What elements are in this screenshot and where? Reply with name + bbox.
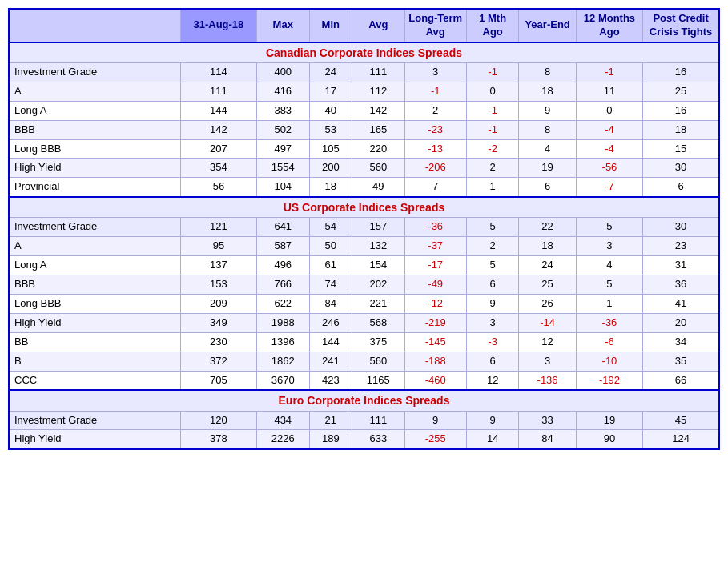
data-cell: 1396 (257, 332, 309, 352)
data-cell: 5 (466, 256, 518, 275)
data-cell: 34 (643, 332, 719, 352)
data-cell: -23 (404, 120, 466, 139)
data-cell: 12 (466, 371, 518, 390)
data-cell: -188 (404, 352, 466, 371)
data-cell: 560 (352, 352, 404, 371)
data-cell: -3 (466, 332, 518, 352)
data-cell: 33 (519, 411, 576, 430)
row-label-cell: BBB (9, 275, 180, 295)
section-header-0: Canadian Corporate Indices Spreads (9, 42, 719, 63)
data-cell: -36 (576, 313, 642, 332)
data-cell: 144 (309, 332, 352, 352)
data-cell: 40 (309, 101, 352, 120)
section-title-1: US Corporate Indices Spreads (9, 197, 719, 218)
data-cell: -4 (576, 139, 642, 159)
data-cell: 6 (466, 275, 518, 295)
data-cell: 50 (309, 237, 352, 256)
data-cell: 6 (643, 178, 719, 197)
data-cell: -1 (576, 62, 642, 82)
row-label-cell: Investment Grade (9, 62, 180, 82)
data-cell: 18 (519, 82, 576, 101)
table-row: BB2301396144375-145-312-634 (9, 332, 719, 352)
data-cell: 61 (309, 256, 352, 275)
row-label-cell: BBB (9, 120, 180, 139)
data-cell: 95 (180, 237, 256, 256)
section-title-2: Euro Corporate Indices Spreads (9, 390, 719, 411)
data-cell: 378 (180, 430, 256, 449)
table-row: A11141617112-10181125 (9, 82, 719, 101)
data-cell: 49 (352, 178, 404, 197)
data-cell: 202 (352, 275, 404, 295)
header-pcc: Post Credit Crisis Tights (643, 9, 719, 42)
data-cell: 45 (643, 411, 719, 430)
row-label-cell: A (9, 82, 180, 101)
table-row: BBB15376674202-49625536 (9, 275, 719, 295)
data-cell: 568 (352, 313, 404, 332)
data-cell: 9 (519, 101, 576, 120)
header-mth: 1 Mth Ago (466, 9, 518, 42)
data-cell: -460 (404, 371, 466, 390)
data-cell: 400 (257, 62, 309, 82)
data-cell: 41 (643, 294, 719, 313)
table-row: Long BBB20962284221-12926141 (9, 294, 719, 313)
data-cell: 9 (466, 411, 518, 430)
main-table-wrapper: 31-Aug-18 Max Min Avg Long-Term Avg 1 Mt… (8, 8, 720, 450)
data-cell: 3 (404, 62, 466, 82)
data-cell: 18 (309, 178, 352, 197)
row-label-cell: Long BBB (9, 294, 180, 313)
data-cell: 54 (309, 218, 352, 237)
data-cell: 6 (519, 178, 576, 197)
data-cell: 587 (257, 237, 309, 256)
data-cell: 25 (519, 275, 576, 295)
spreads-table: 31-Aug-18 Max Min Avg Long-Term Avg 1 Mt… (8, 8, 720, 450)
data-cell: 209 (180, 294, 256, 313)
data-cell: 144 (180, 101, 256, 120)
table-row: B3721862241560-18863-1035 (9, 352, 719, 371)
data-cell: 5 (576, 218, 642, 237)
data-cell: 9 (404, 411, 466, 430)
data-cell: 230 (180, 332, 256, 352)
data-cell: -13 (404, 139, 466, 159)
data-cell: -56 (576, 159, 642, 178)
data-cell: 104 (257, 178, 309, 197)
row-label-cell: BB (9, 332, 180, 352)
data-cell: 15 (643, 139, 719, 159)
data-cell: 1 (466, 178, 518, 197)
data-cell: 416 (257, 82, 309, 101)
table-row: Long A144383401422-19016 (9, 101, 719, 120)
table-row: Investment Grade1204342111199331945 (9, 411, 719, 430)
data-cell: 349 (180, 313, 256, 332)
header-max: Max (257, 9, 309, 42)
header-lta: Long-Term Avg (404, 9, 466, 42)
table-row: High Yield3541554200560-206219-5630 (9, 159, 719, 178)
data-cell: 1165 (352, 371, 404, 390)
data-cell: 18 (519, 237, 576, 256)
table-row: Investment Grade114400241113-18-116 (9, 62, 719, 82)
data-cell: -136 (519, 371, 576, 390)
data-cell: 560 (352, 159, 404, 178)
data-cell: 641 (257, 218, 309, 237)
header-min: Min (309, 9, 352, 42)
section-title-0: Canadian Corporate Indices Spreads (9, 42, 719, 63)
data-cell: 496 (257, 256, 309, 275)
table-row: BBB14250253165-23-18-418 (9, 120, 719, 139)
data-cell: 124 (643, 430, 719, 449)
data-cell: 22 (519, 218, 576, 237)
data-cell: 3 (576, 237, 642, 256)
data-cell: 84 (519, 430, 576, 449)
data-cell: 74 (309, 275, 352, 295)
data-cell: 2 (404, 101, 466, 120)
data-cell: 112 (352, 82, 404, 101)
data-cell: 2 (466, 237, 518, 256)
data-cell: 19 (576, 411, 642, 430)
data-cell: 633 (352, 430, 404, 449)
data-cell: 26 (519, 294, 576, 313)
row-label-cell: B (9, 352, 180, 371)
data-cell: 434 (257, 411, 309, 430)
data-cell: 23 (643, 237, 719, 256)
section-header-1: US Corporate Indices Spreads (9, 197, 719, 218)
data-cell: -1 (466, 120, 518, 139)
header-date: 31-Aug-18 (180, 9, 256, 42)
data-cell: -1 (466, 101, 518, 120)
row-label-cell: A (9, 237, 180, 256)
